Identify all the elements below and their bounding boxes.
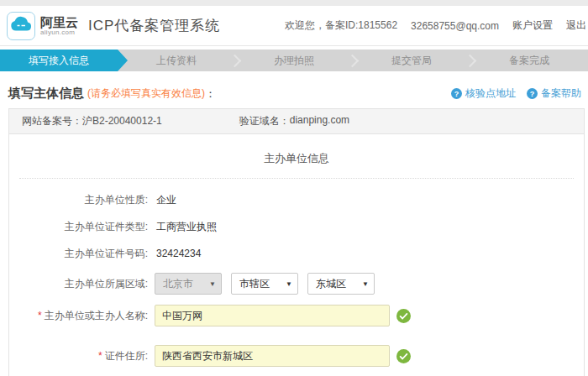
required-mark: *: [98, 350, 102, 362]
cert-address-label-text: 证件住所:: [105, 350, 148, 362]
section-heading-row: 填写主体信息 (请务必填写真实有效信息) ： ? 核验点地址 ? 备案帮助: [8, 86, 581, 102]
region-label: 主办单位所属区域:: [9, 277, 148, 291]
chevron-down-icon: ▼: [286, 280, 292, 288]
cert-type-label: 主办单位证件类型:: [9, 220, 148, 234]
brand-block: 阿里云 aliyun.com: [40, 16, 78, 36]
cert-type-value: 工商营业执照: [156, 220, 217, 234]
step-take-photo: 办理拍照: [235, 50, 353, 71]
organizer-nature-label: 主办单位性质:: [9, 193, 148, 207]
organizer-info-form: 主办单位性质: 企业 主办单位证件类型: 工商营业执照 主办单位证件号码: 32…: [9, 179, 584, 367]
page-title: ICP代备案管理系统: [88, 16, 220, 35]
cloud-icon: [10, 16, 32, 35]
progress-stepper: 填写接入信息 上传资料 办理拍照 提交管局 备案完成: [0, 50, 588, 71]
verification-point-link[interactable]: ? 核验点地址: [451, 86, 516, 101]
verified-domain-value: dianping.com: [290, 114, 349, 128]
welcome-text: 欢迎您，备案ID:1815562: [285, 18, 397, 33]
city-select-value: 市辖区: [239, 277, 270, 291]
province-select-value: 北京市: [163, 277, 193, 291]
organizer-info-title: 主办单位信息: [9, 134, 584, 178]
record-help-link[interactable]: ? 备案帮助: [527, 86, 581, 101]
subject-info-panel: 网站备案号： 沪B2-20040012-1 验证域名： dianping.com…: [8, 108, 585, 376]
verified-domain-label: 验证域名：: [239, 114, 290, 128]
field-organizer-nature: 主办单位性质: 企业: [9, 192, 584, 207]
check-success-icon: [396, 349, 411, 363]
step-submit-bureau: 提交管局: [353, 50, 470, 71]
site-record-number: 网站备案号： 沪B2-20040012-1: [22, 114, 162, 128]
section-title: 填写主体信息: [8, 86, 84, 102]
section-colon: ：: [205, 86, 216, 102]
record-number-value: 沪B2-20040012-1: [82, 114, 162, 128]
brand-name: 阿里云: [40, 16, 78, 29]
org-name-input[interactable]: [155, 305, 390, 326]
account-settings-link[interactable]: 账户设置: [512, 18, 553, 33]
record-info-bar: 网站备案号： 沪B2-20040012-1 验证域名： dianping.com: [9, 109, 584, 134]
required-mark: *: [38, 310, 42, 321]
user-email: 32658755@qq.com: [411, 20, 499, 32]
field-org-name: *主办单位或主办人名称:: [9, 305, 584, 326]
district-select-value: 东城区: [316, 277, 346, 291]
verification-point-label: 核验点地址: [465, 86, 516, 101]
app-header: 阿里云 aliyun.com ICP代备案管理系统 欢迎您，备案ID:18155…: [0, 6, 588, 46]
aliyun-logo[interactable]: [7, 12, 35, 40]
check-success-icon: [396, 309, 411, 323]
logout-link[interactable]: 退出: [566, 18, 586, 33]
city-select[interactable]: 市辖区 ▼: [231, 273, 298, 295]
chevron-down-icon: ▼: [209, 280, 216, 288]
record-help-label: 备案帮助: [541, 86, 581, 101]
step-record-complete: 备案完成: [470, 50, 588, 71]
cert-number-label: 主办单位证件号码:: [9, 247, 148, 261]
organizer-nature-value: 企业: [156, 193, 176, 207]
question-icon: ?: [451, 88, 462, 99]
chevron-down-icon: ▼: [362, 280, 369, 288]
cert-number-value: 32424234: [156, 248, 201, 259]
question-icon: ?: [527, 88, 538, 99]
cert-address-label: *证件住所:: [9, 349, 148, 363]
district-select[interactable]: 东城区 ▼: [307, 273, 375, 295]
field-region: 主办单位所属区域: 北京市 ▼ 市辖区 ▼ 东城区 ▼: [9, 273, 584, 295]
field-cert-address: *证件住所:: [9, 345, 584, 367]
cert-address-input[interactable]: [155, 345, 390, 367]
step-fill-access-info: 填写接入信息: [0, 50, 118, 71]
page-top-strip: [0, 0, 588, 6]
org-name-label-text: 主办单位或主办人名称:: [45, 310, 148, 321]
brand-domain: aliyun.com: [40, 29, 78, 36]
field-cert-number: 主办单位证件号码: 32424234: [9, 246, 584, 261]
region-selects: 北京市 ▼ 市辖区 ▼ 东城区 ▼: [155, 273, 375, 295]
verified-domain: 验证域名： dianping.com: [239, 114, 349, 128]
org-name-label: *主办单位或主办人名称:: [9, 309, 148, 323]
step-upload-materials: 上传资料: [118, 50, 235, 71]
province-select: 北京市 ▼: [155, 273, 222, 295]
field-cert-type: 主办单位证件类型: 工商营业执照: [9, 219, 584, 234]
help-links: ? 核验点地址 ? 备案帮助: [451, 86, 581, 101]
header-user-area: 欢迎您，备案ID:1815562 32658755@qq.com 账户设置 退出: [285, 6, 586, 45]
section-note: (请务必填写真实有效信息): [87, 86, 205, 101]
record-number-label: 网站备案号：: [22, 114, 82, 128]
